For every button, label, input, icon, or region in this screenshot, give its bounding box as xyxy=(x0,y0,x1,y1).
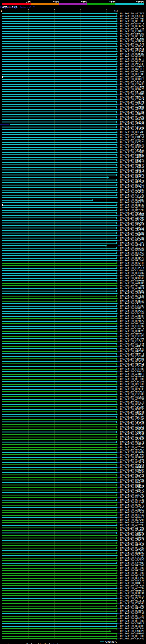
alignment-bar[interactable] xyxy=(2,86,116,87)
alignment-bar[interactable] xyxy=(2,192,116,193)
alignment-bar[interactable] xyxy=(2,631,110,632)
alignment-bar[interactable] xyxy=(2,532,116,534)
alignment-bar[interactable] xyxy=(2,112,116,112)
alignment-bar[interactable] xyxy=(2,563,116,564)
alignment-bar[interactable] xyxy=(2,424,116,425)
alignment-bar[interactable] xyxy=(2,260,116,261)
hit-accession-label[interactable]: UniRef100_B4KAU3 xyxy=(120,478,145,481)
alignment-bar[interactable] xyxy=(2,61,116,62)
alignment-bar[interactable] xyxy=(2,96,116,97)
alignment-bar[interactable] xyxy=(2,510,116,510)
alignment-bar[interactable] xyxy=(2,487,116,488)
hit-accession-label[interactable]: UniRef100_B8LYV7 xyxy=(120,158,145,161)
alignment-bar[interactable] xyxy=(2,336,116,337)
hit-accession-label[interactable]: UniRef100_Q8ILV2 xyxy=(120,206,145,209)
alignment-bar[interactable] xyxy=(2,598,116,599)
hit-accession-label[interactable]: UniRef100_B6AJ76 xyxy=(120,239,145,242)
alignment-bar[interactable] xyxy=(2,474,116,476)
hit-accession-label[interactable]: UniRef100_A1CSY1 xyxy=(120,229,145,232)
hit-accession-label[interactable]: UniRef100_A4H3Y8 xyxy=(120,297,145,300)
alignment-bar[interactable] xyxy=(2,114,116,115)
alignment-bar[interactable] xyxy=(2,436,116,438)
alignment-bar[interactable] xyxy=(2,109,116,110)
alignment-bar[interactable] xyxy=(2,460,116,460)
hit-accession-label[interactable]: UniRef100_Q5UAT0 xyxy=(120,352,145,355)
hit-accession-label[interactable]: UniRef100_A9LN04 xyxy=(120,521,145,524)
alignment-bar[interactable] xyxy=(2,414,116,415)
hit-accession-label[interactable]: UniRef100_Q6XHV6 xyxy=(120,474,145,476)
hit-accession-label[interactable]: UniRef100_Q7PQZ6 xyxy=(120,617,145,620)
alignment-bar[interactable] xyxy=(2,588,116,589)
alignment-bar[interactable] xyxy=(2,99,116,100)
hit-accession-label[interactable]: UniRef100_C8CLQ1 xyxy=(120,355,145,358)
hit-accession-label[interactable]: UniRef100_Q6LCG6 xyxy=(120,219,145,222)
alignment-bar[interactable] xyxy=(2,323,116,324)
alignment-bar[interactable] xyxy=(2,119,116,120)
hit-accession-label[interactable]: UniRef100_UPI000.. xyxy=(120,322,146,325)
alignment-bar[interactable] xyxy=(2,389,116,390)
alignment-bar[interactable] xyxy=(2,74,116,75)
hit-accession-label[interactable]: UniRef100_Q6CRX7 xyxy=(120,514,145,516)
alignment-bar[interactable] xyxy=(2,444,116,445)
hit-accession-label[interactable]: UniRef100_A6YMA2 xyxy=(120,446,145,448)
alignment-bar[interactable] xyxy=(2,621,116,622)
hit-accession-label[interactable]: UniRef100_C5GEZ9 xyxy=(120,148,145,151)
hit-accession-label[interactable]: UniRef100_A8UF09 xyxy=(120,315,145,317)
hit-accession-label[interactable]: UniRef100_UPI000.. xyxy=(120,569,146,572)
alignment-bar[interactable] xyxy=(2,412,116,412)
alignment-bar[interactable] xyxy=(2,374,116,375)
hit-accession-label[interactable]: UniRef100_B3LAL7 xyxy=(120,184,145,186)
alignment-bar[interactable] xyxy=(2,326,116,327)
alignment-bar[interactable] xyxy=(2,258,116,258)
hit-accession-label[interactable]: UniRef100_B2B837 xyxy=(120,204,145,206)
hit-accession-label[interactable]: UniRef100_C4Q0N9 xyxy=(120,274,145,277)
alignment-bar[interactable] xyxy=(2,568,116,568)
alignment-bar[interactable] xyxy=(2,565,116,566)
alignment-bar[interactable] xyxy=(2,364,116,364)
hit-accession-label[interactable]: UniRef100_A8UA55 xyxy=(120,443,145,446)
hit-accession-label[interactable]: UniRef100_A0BIC4 xyxy=(120,287,145,290)
alignment-bar[interactable] xyxy=(2,33,116,34)
hit-accession-label[interactable]: UniRef100_Q86QS5 xyxy=(120,403,145,406)
hit-accession-label[interactable]: UniRef100_Q9SPB3 xyxy=(120,110,145,113)
hit-accession-label[interactable]: UniRef100_A4RUV4 xyxy=(120,138,145,141)
hit-accession-label[interactable]: UniRef100_UPI000.. xyxy=(120,635,146,637)
alignment-bar[interactable] xyxy=(2,369,116,370)
hit-accession-label[interactable]: UniRef100_Q39724 xyxy=(120,461,145,464)
hit-accession-label[interactable]: UniRef100_O61231 xyxy=(120,499,145,501)
hit-accession-label[interactable]: UniRef100_B4MCB4 xyxy=(120,468,145,471)
alignment-bar[interactable] xyxy=(2,275,116,276)
alignment-bar[interactable] xyxy=(2,126,116,128)
hit-accession-label[interactable]: UniRef100_B8P2B1 xyxy=(120,249,145,252)
hit-accession-label[interactable]: UniRef100_Q86E46 xyxy=(120,262,145,264)
alignment-bar[interactable] xyxy=(2,618,116,619)
alignment-bar[interactable] xyxy=(2,512,116,513)
hit-accession-label[interactable]: UniRef100_C6LRD5 xyxy=(120,338,145,340)
alignment-bar[interactable] xyxy=(2,89,116,90)
alignment-bar[interactable] xyxy=(2,268,116,269)
alignment-bar[interactable] xyxy=(2,585,116,586)
alignment-bar[interactable] xyxy=(2,494,116,496)
hit-accession-label[interactable]: UniRef100_Q08200 xyxy=(120,456,145,458)
hit-accession-label[interactable]: UniRef100_A7APX0 xyxy=(120,247,145,249)
hit-accession-label[interactable]: UniRef100_B2KIJ6 xyxy=(120,579,145,582)
alignment-bar[interactable] xyxy=(2,343,116,344)
alignment-bar[interactable] xyxy=(2,318,116,319)
alignment-bar[interactable] xyxy=(2,31,116,32)
hit-accession-label[interactable]: UniRef100_A9U2S2 xyxy=(120,40,145,42)
hit-accession-label[interactable]: UniRef100_C8CLQ8 xyxy=(120,393,145,396)
alignment-bar[interactable] xyxy=(2,552,116,554)
alignment-bar[interactable] xyxy=(2,218,116,218)
alignment-bar[interactable] xyxy=(2,525,116,526)
alignment-bar[interactable] xyxy=(2,331,116,332)
hit-accession-label[interactable]: UniRef100_Q4R7Y2 xyxy=(120,594,145,597)
alignment-bar[interactable] xyxy=(2,548,116,548)
hit-accession-label[interactable]: UniRef100_Q6BVL2 xyxy=(120,516,145,519)
alignment-bar[interactable] xyxy=(2,477,116,478)
alignment-bar[interactable] xyxy=(2,333,116,334)
alignment-bar[interactable] xyxy=(2,480,116,480)
hit-accession-label[interactable]: UniRef100_A9USG7 xyxy=(120,632,145,635)
hit-accession-label[interactable]: UniRef100_A5DD16 xyxy=(120,539,145,542)
alignment-bar[interactable] xyxy=(2,238,116,238)
alignment-bar[interactable] xyxy=(2,346,116,347)
